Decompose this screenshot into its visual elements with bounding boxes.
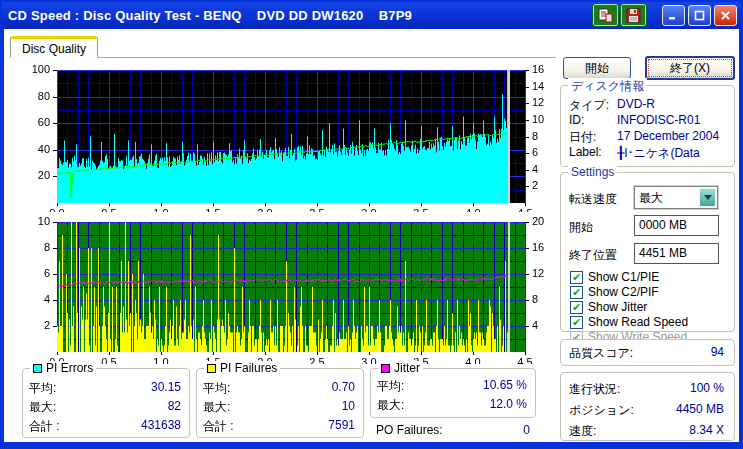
copy-button[interactable] (593, 4, 618, 26)
jitter-swatch (381, 364, 390, 373)
avg-label: 平均: (29, 380, 56, 397)
checkbox-icon: ✔ (570, 286, 583, 299)
disc-info-title: ディスク情報 (568, 78, 647, 95)
pi-errors-stats-group: PI Errors 平均: 30.15 最大: 82 合計 : 431638 (22, 368, 190, 438)
checkbox-show-c2-pif[interactable]: ✔ Show C2/PIF (570, 285, 659, 299)
total-value: 7591 (328, 418, 355, 432)
tab-disc-quality[interactable]: Disc Quality (10, 36, 98, 58)
transfer-speed-label: 転送速度 (569, 191, 617, 208)
max-label: 最大: (29, 399, 56, 416)
total-value: 431638 (141, 418, 181, 432)
maximize-button[interactable] (688, 5, 711, 26)
max-value: 10 (342, 399, 355, 413)
avg-label: 平均: (377, 378, 404, 395)
progress-group: 進行状況: 100 % ポジション: 4450 MB 速度: 8.34 X (560, 372, 735, 441)
combo-dropdown-button[interactable] (699, 188, 716, 207)
settings-title: Settings (568, 165, 617, 179)
minimize-icon (668, 10, 679, 21)
quality-score-value: 94 (711, 345, 724, 359)
window-title: CD Speed : Disc Quality Test - BENQ DVD … (2, 8, 412, 23)
po-failures-label: PO Failures: (376, 423, 443, 437)
save-icon (626, 8, 641, 23)
start-pos-label: 開始 (569, 219, 593, 236)
avg-label: 平均: (203, 380, 230, 397)
pi-errors-chart (14, 62, 556, 212)
max-value: 12.0 % (490, 397, 527, 411)
disc-label-label: Label: (569, 145, 602, 159)
position-value: 4450 MB (676, 402, 724, 416)
checkbox-icon: ✔ (570, 316, 583, 329)
transfer-speed-select[interactable]: 最大 (634, 186, 718, 209)
disc-id-value: INFODISC-R01 (617, 113, 700, 127)
progress-value: 100 % (690, 381, 724, 395)
max-label: 最大: (377, 397, 404, 414)
disc-id-label: ID: (569, 113, 584, 127)
window-controls (593, 4, 737, 26)
avg-value: 10.65 % (483, 378, 527, 392)
disc-date-label: 日付: (569, 129, 596, 146)
maximize-icon (694, 10, 705, 21)
total-label: 合計 : (29, 418, 60, 435)
disc-date-value: 17 December 2004 (617, 129, 719, 143)
pi-errors-stats-title: PI Errors (30, 361, 96, 375)
checkbox-show-c1-pie[interactable]: ✔ Show C1/PIE (570, 270, 659, 284)
disc-info-group: ディスク情報 タイプ: DVD-R ID: INFODISC-R01 日付: 1… (560, 85, 735, 167)
settings-group: Settings 転送速度 最大 開始 0000 MB 終了位置 4451 MB… (560, 172, 735, 332)
pi-failures-stats-group: PI Failures 平均: 0.70 最大: 10 合計 : 7591 (196, 368, 364, 438)
pi-errors-swatch (33, 364, 42, 373)
max-label: 最大: (203, 399, 230, 416)
avg-value: 30.15 (151, 380, 181, 394)
checkbox-show-read-speed[interactable]: ✔ Show Read Speed (570, 315, 688, 329)
speed-value: 8.34 X (689, 423, 724, 437)
disc-type-label: タイプ: (569, 97, 609, 114)
quality-score-group: 品質スコア: 94 (560, 339, 735, 366)
avg-value: 0.70 (332, 380, 355, 394)
pi-failures-chart (14, 212, 556, 364)
quality-score-label: 品質スコア: (569, 345, 633, 362)
minimize-button[interactable] (662, 5, 685, 26)
title-bar[interactable]: CD Speed : Disc Quality Test - BENQ DVD … (2, 2, 741, 29)
save-button[interactable] (621, 4, 646, 26)
start-pos-field[interactable]: 0000 MB (634, 215, 719, 236)
jitter-stats-title: Jitter (378, 361, 423, 375)
pi-failures-swatch (207, 364, 216, 373)
checkbox-icon: ✔ (570, 301, 583, 314)
max-value: 82 (168, 399, 181, 413)
client-area: Disc Quality 開始 終了(X) ディスク情報 タイプ: DVD-R … (4, 29, 739, 442)
chevron-down-icon (704, 195, 712, 200)
total-label: 合計 : (203, 418, 234, 435)
end-pos-label: 終了位置 (569, 247, 617, 264)
copy-icon (598, 8, 613, 23)
end-pos-field[interactable]: 4451 MB (634, 243, 719, 264)
checkbox-icon: ✔ (570, 271, 583, 284)
app-window: CD Speed : Disc Quality Test - BENQ DVD … (0, 0, 743, 449)
position-label: ポジション: (569, 402, 634, 419)
speed-label: 速度: (569, 423, 596, 440)
start-button[interactable]: 開始 (563, 57, 631, 79)
jitter-stats-group: Jitter 平均: 10.65 % 最大: 12.0 % (370, 368, 536, 418)
pi-failures-stats-title: PI Failures (204, 361, 280, 375)
disc-label-value: ╂I･ニケネ(Data (617, 145, 700, 162)
po-failures-value: 0 (510, 423, 530, 437)
disc-type-value: DVD-R (617, 97, 655, 111)
progress-label: 進行状況: (569, 381, 620, 398)
transfer-speed-value: 最大 (639, 190, 663, 207)
close-button[interactable] (714, 5, 737, 26)
checkbox-show-jitter[interactable]: ✔ Show Jitter (570, 300, 647, 314)
exit-button[interactable]: 終了(X) (645, 56, 735, 80)
close-icon (720, 10, 731, 21)
